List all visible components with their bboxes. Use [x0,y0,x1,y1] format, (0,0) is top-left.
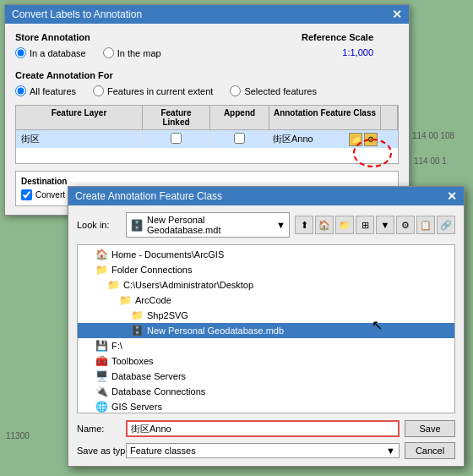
create-annotation-label: Create Annotation For [15,70,399,80]
arccode-icon: 📁 [118,294,132,306]
look-in-arrow-icon: ▼ [276,220,285,230]
convert-label: Convert [35,190,65,200]
tree-item-toolboxes[interactable]: 🧰 Toolboxes [78,353,454,369]
map-label-2: 114 00 1 [414,156,447,166]
map-label-3: 11300 [6,431,30,440]
toolbar-icons: ⬆ 🏠 📁 ⊞ ▼ ⚙ 📋 🔗 [295,216,455,234]
map-label-1: 114 00 108 [412,131,454,140]
td-scroll-cell [381,137,398,142]
look-in-value: New Personal Geodatabase.mdt [147,215,273,235]
tree-item-db-connections[interactable]: 🔌 Database Connections [78,384,454,399]
main-dialog: Convert Labels to Annotation ✕ Store Ann… [4,4,410,216]
toolbar-btn-2[interactable]: 🏠 [315,216,334,234]
toolbar-btn-5[interactable]: ▼ [376,216,394,234]
home-icon: 🏠 [95,249,108,260]
td-linked [143,130,210,148]
radio-all-features[interactable]: All features [15,85,76,96]
anno-folder-btn[interactable]: 📁 [349,133,362,146]
toolbar-btn-8[interactable]: 🔗 [437,216,455,234]
store-annotation-group: In a database In the map [15,47,161,58]
ref-scale-value: 1:1,000 [302,47,373,57]
create-annotation-group: All features Features in current extent … [15,85,399,96]
sub-dialog: Create Annotation Feature Class ✕ Look i… [68,186,465,467]
sub-dialog-body: Look in: 🗄️ New Personal Geodatabase.mdt… [68,205,464,466]
table-header: Feature Layer Feature Linked Append Anno… [16,106,398,130]
td-feature-layer: 街区 [16,130,143,148]
main-dialog-titlebar: Convert Labels to Annotation ✕ [5,5,409,24]
tree-item-arccode[interactable]: 📁 ArcCode [78,293,454,308]
tree-item-desktop[interactable]: 📁 C:\Users\Administrator\Desktop [78,277,454,293]
type-row: Save as type: Feature classes ▼ Cancel [77,442,455,459]
shp2svg-icon: 📁 [130,309,144,321]
sub-dialog-titlebar: Create Annotation Feature Class ✕ [68,187,464,205]
feature-layer-table: Feature Layer Feature Linked Append Anno… [15,105,399,164]
td-append [210,130,269,148]
cancel-button[interactable]: Cancel [405,442,455,459]
tree-item-f-drive[interactable]: 💾 F:\ [78,338,454,353]
toolbar-btn-3[interactable]: 📁 [335,216,354,234]
anno-class-text: 街区Anno [273,133,347,145]
gis-servers-icon: 🌐 [95,401,108,413]
th-append: Append [210,106,269,129]
th-feature-linked: Feature Linked [143,106,210,129]
store-annotation-label: Store Annotation [15,32,161,42]
th-scroll [381,106,398,129]
table-row[interactable]: 街区 街区Anno 📁 ⚙ [16,130,398,148]
ref-scale-label: Reference Scale [302,32,373,42]
tree-item-shp2svg[interactable]: 📁 Shp2SVG [78,308,454,323]
sub-dialog-close[interactable]: ✕ [447,190,457,202]
save-as-type-dropdown[interactable]: Feature classes ▼ [126,443,400,458]
toolboxes-icon: 🧰 [95,355,108,367]
radio-in-database[interactable]: In a database [15,47,86,58]
radio-selected-features[interactable]: Selected features [230,85,317,96]
main-dialog-close[interactable]: ✕ [392,8,402,20]
radio-in-map[interactable]: In the map [103,47,161,58]
tree-item-folder-connections[interactable]: 📁 Folder Connections [78,262,454,277]
tree-item-home[interactable]: 🏠 Home - Documents\ArcGIS [78,247,454,262]
file-tree: 🏠 Home - Documents\ArcGIS 📁 Folder Conne… [77,244,455,413]
f-drive-icon: 💾 [95,340,108,352]
destination-label: Destination [21,177,393,186]
th-feature-layer: Feature Layer [16,106,143,129]
save-button[interactable]: Save [405,420,455,437]
look-in-row: Look in: 🗄️ New Personal Geodatabase.mdt… [77,212,455,238]
th-annotation-class: Annotation Feature Class [269,106,381,129]
tree-item-gis-servers[interactable]: 🌐 GIS Servers [78,399,454,413]
geodatabase-icon: 🗄️ [130,325,144,336]
sub-dialog-title: Create Annotation Feature Class [75,190,222,202]
radio-current-extent[interactable]: Features in current extent [93,85,213,96]
td-anno-class: 街区Anno 📁 ⚙ [269,131,381,148]
db-servers-icon: 🖥️ [95,370,108,382]
name-label: Name: [77,424,121,434]
toolbar-btn-7[interactable]: 📋 [416,216,435,234]
name-row: Name: Save [77,420,455,437]
save-as-type-label: Save as type: [77,446,121,456]
anno-extra-btn[interactable]: ⚙ [364,133,378,146]
folder-connections-icon: 📁 [95,264,108,276]
toolbar-btn-1[interactable]: ⬆ [295,216,313,234]
tree-item-geodatabase[interactable]: 🗄️ New Personal Geodatabase.mdb [78,323,454,338]
tree-item-db-servers[interactable]: 🖥️ Database Servers [78,369,454,384]
save-as-type-arrow: ▼ [386,446,395,456]
desktop-icon: 📁 [106,279,120,291]
look-in-label: Look in: [77,220,121,230]
toolbar-btn-6[interactable]: ⚙ [396,216,415,234]
name-input[interactable] [126,420,400,437]
main-dialog-title: Convert Labels to Annotation [12,8,142,20]
look-in-dropdown[interactable]: 🗄️ New Personal Geodatabase.mdt ▼ [126,212,290,238]
toolbar-btn-4[interactable]: ⊞ [356,216,374,234]
look-in-folder-icon: 🗄️ [130,219,144,232]
save-as-type-value: Feature classes [130,446,196,456]
db-connections-icon: 🔌 [95,386,108,397]
